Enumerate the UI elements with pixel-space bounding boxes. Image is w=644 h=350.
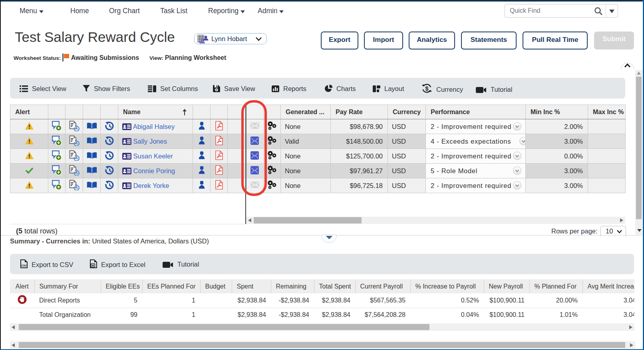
svg-text:CSV: CSV xyxy=(21,264,27,267)
svg-text:$: $ xyxy=(425,85,429,92)
